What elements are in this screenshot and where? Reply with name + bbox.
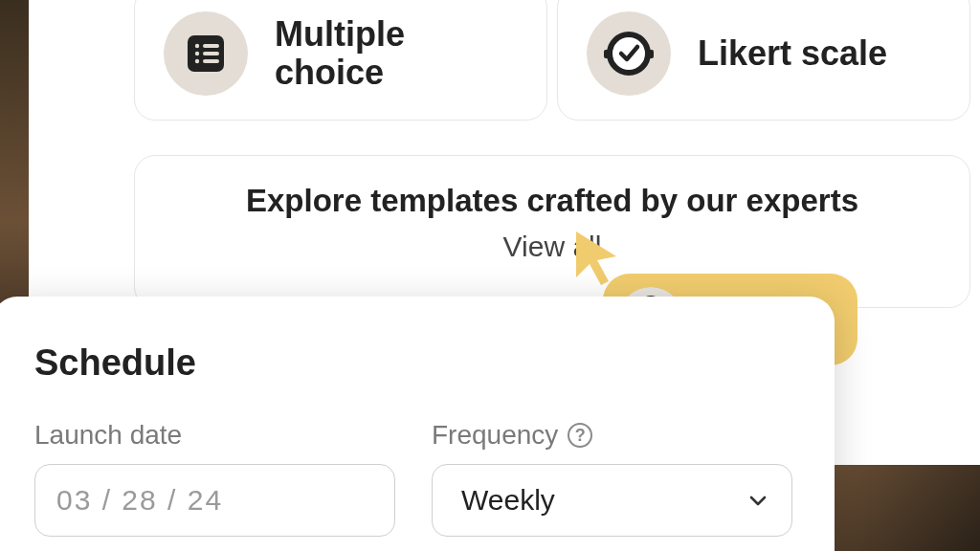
templates-title: Explore templates crafted by our experts [164,183,941,219]
option-label: Likert scale [698,34,887,73]
list-icon [164,11,248,96]
question-type-options: Multiple choice Likert scale [134,0,970,121]
svg-rect-9 [645,50,654,58]
templates-view-all-link[interactable]: View all [164,231,941,263]
schedule-title: Schedule [34,342,792,384]
option-multiple-choice[interactable]: Multiple choice [134,0,547,121]
frequency-value: Weekly [461,484,555,517]
option-label: Multiple choice [275,15,518,91]
frequency-field: Frequency ? Weekly [432,420,792,537]
launch-date-input[interactable] [35,465,395,536]
frequency-select[interactable]: Weekly [432,464,792,537]
launch-date-label: Launch date [34,420,395,451]
schedule-panel: Schedule Launch date Frequency ? [0,297,835,551]
svg-point-3 [195,52,199,55]
chevron-down-icon [747,490,768,511]
svg-rect-8 [604,50,612,58]
schedule-fields: Launch date Frequency ? Weekly [34,420,792,537]
option-likert-scale[interactable]: Likert scale [557,0,970,121]
launch-date-field: Launch date [34,420,395,537]
svg-rect-2 [203,44,219,48]
gauge-check-icon [587,11,671,96]
svg-point-1 [195,44,199,48]
svg-rect-4 [203,52,219,55]
svg-point-7 [610,34,648,73]
svg-rect-6 [203,59,219,63]
svg-point-5 [195,59,199,63]
frequency-label: Frequency ? [432,420,792,451]
help-icon[interactable]: ? [568,423,592,448]
frequency-label-text: Frequency [432,420,558,451]
background-corner-right [827,465,980,551]
launch-date-input-group [34,464,395,537]
